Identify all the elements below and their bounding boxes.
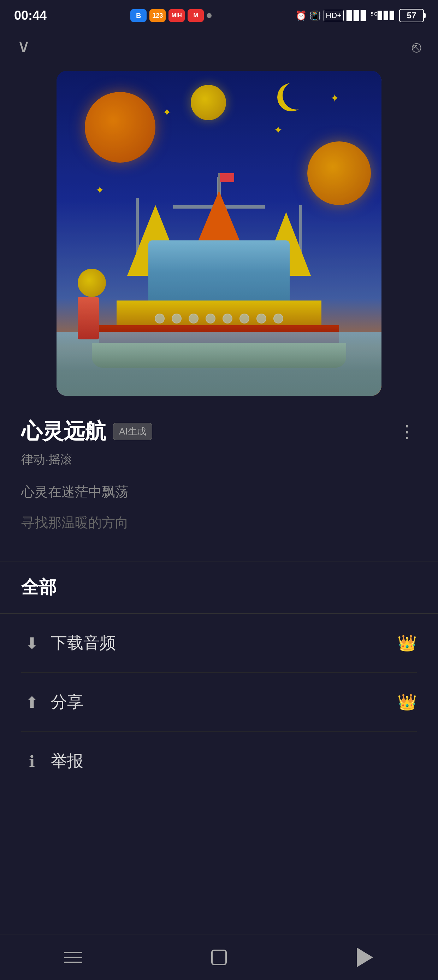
album-art: ✦ ✦ ✦ ✦ ✦ ✦: [57, 71, 381, 396]
status-time: 00:44: [14, 8, 47, 23]
song-title-group: 心灵远航 AI生成: [21, 417, 152, 446]
menu-item-download[interactable]: ⬇ 下载音频 👑: [21, 614, 417, 673]
song-title-row: 心灵远航 AI生成 ⋮: [21, 417, 417, 446]
icon-m: M: [187, 9, 204, 22]
square-icon: [211, 950, 227, 965]
song-title: 心灵远航: [21, 417, 106, 446]
back-button[interactable]: ∨: [17, 37, 30, 55]
crown-icon-share: 👑: [397, 693, 417, 711]
menu-item-share[interactable]: ⬆ 分享 👑: [21, 673, 417, 732]
status-app-icons: B 123 MIH M: [130, 9, 211, 22]
bottom-menu-button[interactable]: [59, 947, 87, 968]
more-dots-icon: ⋮: [398, 423, 417, 441]
share-icon: ⎋: [412, 38, 421, 56]
share-menu-icon: ⬆: [21, 693, 42, 711]
icon-123: 123: [149, 9, 166, 22]
status-bar: 00:44 B 123 MIH M ⏰ 📳 HD+ ▊▊▊ ⁵ᴳ▊▊▊ 57: [0, 0, 438, 28]
top-navigation: ∨ ⎋: [0, 28, 438, 64]
signal-5g-icon: ⁵ᴳ▊▊▊: [371, 11, 396, 20]
menu-label-download: 下载音频: [51, 632, 389, 654]
status-system-icons: ⏰ 📳 HD+ ▊▊▊ ⁵ᴳ▊▊▊: [295, 10, 396, 21]
share-button[interactable]: ⎋: [412, 37, 421, 55]
menu-items-list: ⬇ 下载音频 👑 ⬆ 分享 👑 ℹ 举报: [0, 614, 438, 791]
icon-mih: MIH: [168, 9, 185, 22]
more-options-button[interactable]: ⋮: [398, 422, 417, 442]
hd-icon: HD+: [324, 10, 344, 21]
status-right-area: ⏰ 📳 HD+ ▊▊▊ ⁵ᴳ▊▊▊ 57: [295, 9, 424, 22]
lyric-line-2: 寻找那温暖的方向: [21, 512, 417, 533]
crown-icon-download: 👑: [397, 634, 417, 652]
bottom-home-button[interactable]: [205, 947, 233, 968]
icon-b: B: [130, 9, 147, 22]
bottom-back-button[interactable]: [351, 947, 379, 968]
download-icon: ⬇: [21, 634, 42, 652]
album-overlay: [57, 71, 381, 396]
dot-indicator: [206, 13, 211, 18]
section-all: 全部: [0, 561, 438, 614]
hamburger-icon: [64, 952, 82, 963]
menu-label-share: 分享: [51, 691, 389, 713]
chevron-down-icon: ∨: [17, 36, 30, 56]
bottom-navigation: [0, 934, 438, 980]
menu-label-report: 举报: [51, 750, 417, 772]
section-all-title: 全部: [21, 568, 417, 606]
alarm-icon: ⏰: [295, 10, 306, 21]
info-icon: ℹ: [21, 752, 42, 770]
vibrate-icon: 📳: [309, 10, 321, 21]
battery-indicator: 57: [399, 9, 424, 22]
song-info-area: 心灵远航 AI生成 ⋮ 律动·摇滚 心灵在迷茫中飘荡 寻找那温暖的方向: [0, 403, 438, 561]
triangle-back-icon: [357, 948, 373, 967]
menu-item-report[interactable]: ℹ 举报: [21, 732, 417, 791]
song-genre: 律动·摇滚: [21, 452, 417, 468]
album-art-container: ✦ ✦ ✦ ✦ ✦ ✦: [0, 64, 438, 403]
lyric-line-1: 心灵在迷茫中飘荡: [21, 482, 417, 502]
signal-4g-icon: ▊▊▊: [346, 10, 368, 21]
ai-badge: AI生成: [113, 423, 152, 440]
